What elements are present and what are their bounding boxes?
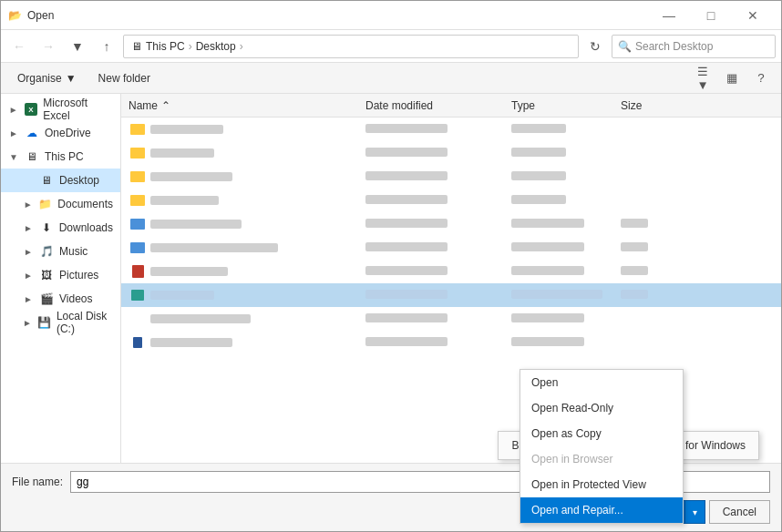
file-name-text [150, 220, 242, 229]
cancel-button[interactable]: Cancel [709, 500, 770, 524]
sidebar-label-downloads: Downloads [59, 221, 113, 234]
file-name-text [150, 314, 251, 323]
up-button[interactable]: ↑ [94, 34, 119, 59]
file-size-cell [613, 289, 686, 302]
breadcrumb[interactable]: 🖥 This PC › Desktop › [123, 35, 579, 58]
dropdown-item-open-protected[interactable]: Open in Protected View [520, 472, 683, 497]
search-placeholder: Search Desktop [635, 40, 713, 53]
breadcrumb-sep1: › [189, 40, 192, 53]
toolbar-right: ☰ ▼ ▦ ? [690, 66, 774, 91]
file-icon [129, 264, 147, 279]
sidebar-label-desktop: Desktop [59, 174, 99, 187]
expand-icon: ► [23, 293, 34, 304]
file-row[interactable] [121, 307, 781, 331]
col-header-type[interactable]: Type [504, 99, 613, 112]
file-row[interactable] [121, 165, 781, 189]
file-name-cell [121, 335, 358, 350]
file-date-cell [358, 312, 504, 325]
file-name-text [150, 267, 228, 276]
pictures-icon: 🖼 [39, 268, 54, 282]
dropdown-item-open-copy[interactable]: Open as Copy [520, 421, 683, 446]
file-icon [129, 312, 147, 326]
file-row[interactable] [121, 236, 781, 260]
close-button[interactable]: ✕ [732, 1, 774, 30]
refresh-button[interactable]: ↻ [582, 34, 608, 59]
sidebar-item-music[interactable]: ► 🎵 Music [1, 240, 120, 263]
sidebar-item-pictures[interactable]: ► 🖼 Pictures [1, 263, 120, 287]
file-name-text [150, 125, 223, 134]
file-icon [129, 169, 147, 184]
breadcrumb-sep2: › [240, 40, 243, 53]
help-button[interactable]: ? [748, 66, 774, 91]
file-type-cell [504, 123, 613, 136]
file-icon [129, 288, 147, 302]
col-header-name[interactable]: Name ⌃ [121, 99, 358, 112]
new-folder-button[interactable]: New folder [89, 66, 159, 90]
sidebar-label-excel: Microsoft Excel [43, 97, 113, 122]
breadcrumb-thispc: This PC [146, 40, 185, 53]
file-row[interactable] [121, 212, 781, 236]
expand-icon [23, 175, 34, 186]
maximize-button[interactable]: □ [690, 1, 732, 30]
file-date-text [365, 290, 448, 299]
sidebar-item-documents[interactable]: ► 📁 Documents [1, 192, 120, 216]
dropdown-item-open-repair[interactable]: Open and Repair... [520, 497, 683, 523]
col-header-date[interactable]: Date modified [358, 99, 504, 112]
organise-button[interactable]: Organise ▼ [8, 66, 86, 90]
file-row[interactable] [121, 141, 781, 165]
sidebar-item-videos[interactable]: ► 🎬 Videos [1, 287, 120, 311]
file-size-text [621, 219, 648, 228]
dropdown-item-open[interactable]: Open [520, 370, 683, 395]
col-header-size[interactable]: Size [613, 99, 686, 112]
sidebar-item-local-disk[interactable]: ► 💾 Local Disk (C:) [1, 311, 120, 334]
dropdown-item-label: Open and Repair... [531, 504, 623, 517]
dropdown-item-label: Open in Browser [531, 453, 612, 466]
sidebar-item-this-pc[interactable]: ▼ 🖥 This PC [1, 145, 120, 169]
pane-button[interactable]: ▦ [719, 66, 745, 91]
recent-locations-button[interactable]: ▼ [65, 34, 90, 59]
file-date-cell [358, 265, 504, 278]
expand-icon: ► [8, 104, 18, 115]
file-type-cell [504, 265, 613, 278]
disk-icon: 💾 [37, 315, 51, 330]
sidebar-item-desktop[interactable]: 🖥 Desktop [1, 169, 120, 192]
file-type-cell [504, 218, 613, 230]
address-bar: ← → ▼ ↑ 🖥 This PC › Desktop › ↻ 🔍 Search… [1, 30, 781, 63]
file-row[interactable] [121, 331, 781, 354]
forward-button[interactable]: → [36, 34, 61, 59]
window-title: Open [27, 9, 54, 22]
sidebar-item-microsoft-excel[interactable]: ► X Microsoft Excel [1, 97, 120, 121]
file-row-selected[interactable] [121, 283, 781, 307]
file-name-cell [121, 288, 358, 302]
organise-label: Organise [17, 72, 62, 85]
file-date-text [365, 219, 448, 228]
file-icon [129, 122, 147, 137]
dropdown-item-open-browser: Open in Browser [520, 446, 683, 472]
file-date-cell [358, 218, 504, 230]
open-dropdown-button[interactable]: ▾ [685, 500, 705, 524]
button-row: Tools ▾ Open ▾ Cancel Best Excel Repair … [12, 500, 770, 524]
file-row[interactable] [121, 260, 781, 283]
file-row[interactable] [121, 189, 781, 212]
file-type-text [511, 219, 584, 228]
sidebar-item-onedrive[interactable]: ► ☁ OneDrive [1, 121, 120, 145]
file-type-cell [504, 170, 613, 183]
view-button[interactable]: ☰ ▼ [690, 66, 715, 91]
dropdown-item-open-readonly[interactable]: Open Read-Only [520, 395, 683, 421]
minimize-button[interactable]: — [648, 1, 690, 30]
back-button[interactable]: ← [6, 34, 32, 59]
file-size-cell [613, 241, 686, 254]
expand-icon: ▼ [8, 151, 19, 162]
file-row[interactable] [121, 118, 781, 141]
file-size-text [621, 266, 648, 275]
new-folder-label: New folder [98, 72, 150, 85]
expand-icon: ► [23, 270, 34, 281]
file-name-text [150, 172, 232, 181]
desktop-icon: 🖥 [39, 173, 54, 188]
dropdown-item-label: Open Read-Only [531, 402, 613, 414]
search-box[interactable]: 🔍 Search Desktop [612, 35, 776, 58]
file-date-text [365, 242, 448, 251]
music-icon: 🎵 [39, 244, 54, 259]
file-type-text [511, 313, 584, 322]
sidebar-item-downloads[interactable]: ► ⬇ Downloads [1, 216, 120, 240]
